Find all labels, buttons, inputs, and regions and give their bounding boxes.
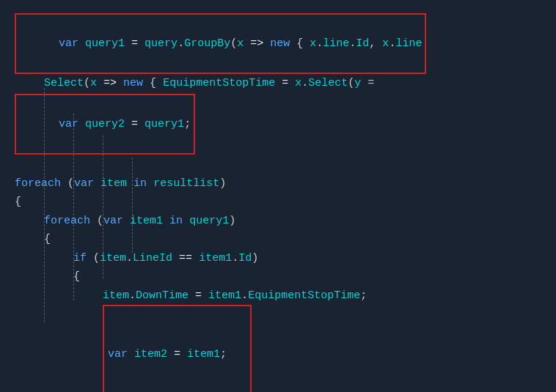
- code-editor: var query1 = query.GroupBy(x => new { x.…: [0, 0, 556, 392]
- code-line-1: var query1 = query.GroupBy(x => new { x.…: [15, 13, 541, 74]
- code-line-4: [15, 155, 541, 174]
- code-line-12: var item2 = item1;: [108, 345, 246, 364]
- code-line-3: var query2 = query1;: [15, 94, 541, 155]
- code-line-9: if (item.LineId == item1.Id): [15, 249, 541, 268]
- code-line-11: item.DownTime = item1.EquipmentStopTime;: [15, 286, 541, 306]
- code-line-2: Select(x => new { EquipmentStopTime = x.…: [15, 74, 541, 93]
- code-line-8: {: [15, 230, 541, 249]
- code-line-7: foreach (var item1 in query1): [15, 212, 541, 231]
- code-line-10: {: [15, 267, 541, 286]
- highlight-box-1: var query1 = query.GroupBy(x => new { x.…: [15, 13, 426, 74]
- highlight-box-3: var query2 = query1;: [15, 94, 195, 155]
- highlight-box-12-13: var item2 = item1; query2.Remove(item2);: [103, 305, 252, 392]
- keyword-var: var: [59, 37, 78, 50]
- code-line-6: {: [15, 193, 541, 212]
- code-line-5: foreach (var item in resultlist): [15, 174, 541, 193]
- identifier-query1: query1: [85, 37, 125, 50]
- code-line-12-13-wrapper: var item2 = item1; query2.Remove(item2);: [15, 305, 541, 392]
